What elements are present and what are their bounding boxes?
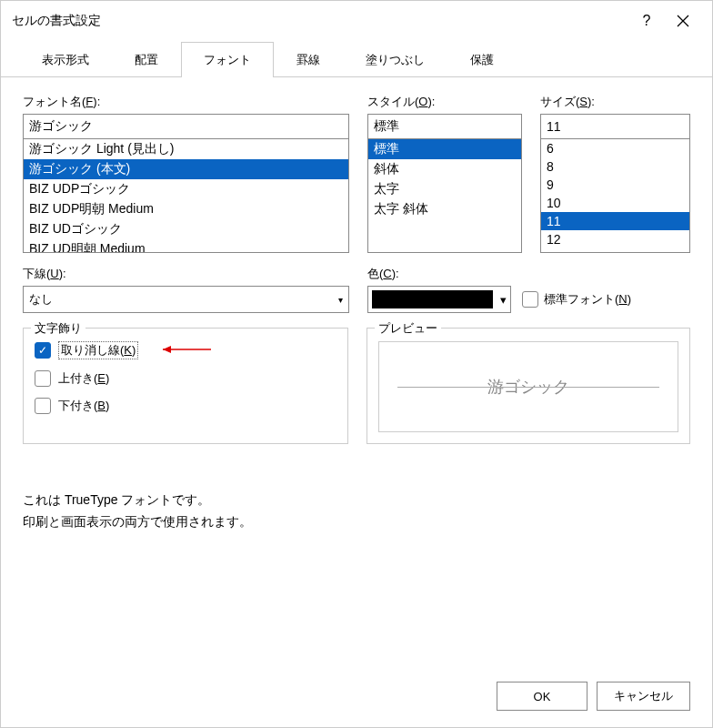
preview-group: プレビュー 游ゴシック — [367, 328, 690, 444]
arrow-annotation-icon — [158, 344, 213, 358]
normal-font-label: 標準フォント(N) — [544, 291, 631, 308]
style-list[interactable]: 標準斜体太字太字 斜体 — [367, 138, 522, 253]
style-input[interactable] — [367, 114, 522, 139]
style-label: スタイル(O): — [367, 94, 522, 110]
ok-button[interactable]: OK — [497, 682, 587, 711]
cancel-button[interactable]: キャンセル — [597, 682, 690, 711]
list-item[interactable]: 8 — [541, 157, 689, 176]
checkbox-icon — [522, 291, 538, 308]
underline-select[interactable]: なし ▾ — [23, 286, 349, 313]
color-swatch — [372, 290, 493, 308]
tab-0[interactable]: 表示形式 — [19, 42, 112, 77]
list-item[interactable]: 游ゴシック (本文) — [24, 159, 348, 179]
dialog-title: セルの書式設定 — [12, 13, 628, 29]
font-name-input[interactable] — [23, 114, 349, 139]
color-label: 色(C): — [367, 266, 690, 282]
list-item[interactable]: 太字 — [368, 179, 521, 199]
chevron-down-icon: ▾ — [338, 295, 343, 305]
size-label: サイズ(S): — [540, 94, 690, 110]
close-icon — [677, 15, 689, 27]
list-item[interactable]: 太字 斜体 — [368, 199, 521, 219]
decoration-label: 取り消し線(K) — [58, 341, 138, 359]
titlebar: セルの書式設定 ? — [1, 1, 712, 41]
list-item[interactable]: BIZ UDゴシック — [24, 219, 348, 239]
tab-3[interactable]: 罫線 — [274, 42, 343, 77]
preview-legend: プレビュー — [375, 320, 441, 337]
close-button[interactable] — [665, 6, 701, 35]
checkbox-icon: ✓ — [35, 342, 51, 359]
tab-content-font: フォント名(F): 游ゴシック Light (見出し)游ゴシック (本文)BIZ… — [1, 77, 712, 727]
dialog-buttons: OK キャンセル — [497, 682, 690, 711]
font-name-label: フォント名(F): — [23, 94, 349, 110]
list-item[interactable]: 標準 — [368, 139, 521, 159]
underline-label: 下線(U): — [23, 266, 349, 282]
decorations-legend: 文字飾り — [31, 320, 85, 337]
list-item[interactable]: BIZ UDPゴシック — [24, 179, 348, 199]
normal-font-checkbox[interactable]: 標準フォント(N) — [522, 291, 631, 308]
svg-marker-3 — [163, 346, 171, 353]
checkbox-icon — [35, 398, 51, 414]
list-item[interactable]: 游ゴシック Light (見出し) — [24, 139, 348, 159]
list-item[interactable]: 9 — [541, 176, 689, 194]
list-item[interactable]: 12 — [541, 230, 689, 248]
help-button[interactable]: ? — [628, 6, 665, 35]
tab-4[interactable]: 塗りつぶし — [343, 42, 447, 77]
list-item[interactable]: 10 — [541, 194, 689, 212]
decoration-label: 下付き(B) — [58, 398, 109, 414]
decoration-checkbox-1[interactable]: 上付き(E) — [35, 370, 336, 387]
list-item[interactable]: 11 — [541, 212, 689, 230]
tabs: 表示形式配置フォント罫線塗りつぶし保護 — [1, 41, 712, 77]
list-item[interactable]: BIZ UDP明朝 Medium — [24, 199, 348, 219]
decoration-checkbox-0[interactable]: ✓取り消し線(K) — [35, 341, 336, 359]
preview-box: 游ゴシック — [378, 341, 678, 432]
list-item[interactable]: 斜体 — [368, 159, 521, 179]
size-list[interactable]: 689101112 — [540, 138, 690, 253]
size-input[interactable] — [540, 114, 690, 139]
decoration-checkbox-2[interactable]: 下付き(B) — [35, 398, 336, 414]
format-cells-dialog: セルの書式設定 ? 表示形式配置フォント罫線塗りつぶし保護 フォント名(F): … — [0, 0, 713, 728]
tab-2[interactable]: フォント — [181, 42, 274, 77]
list-item[interactable]: 6 — [541, 139, 689, 157]
checkbox-icon — [35, 370, 51, 387]
chevron-down-icon: ▾ — [500, 293, 507, 307]
list-item[interactable]: BIZ UD明朝 Medium — [24, 239, 348, 253]
decoration-label: 上付き(E) — [58, 370, 109, 387]
footer-text: これは TrueType フォントです。 印刷と画面表示の両方で使用されます。 — [23, 490, 690, 533]
tab-1[interactable]: 配置 — [112, 42, 181, 77]
text-decorations-group: 文字飾り ✓取り消し線(K)上付き(E)下付き(B) — [23, 328, 348, 444]
font-name-list[interactable]: 游ゴシック Light (見出し)游ゴシック (本文)BIZ UDPゴシックBI… — [23, 138, 349, 253]
tab-5[interactable]: 保護 — [447, 42, 517, 77]
color-select[interactable]: ▾ — [367, 286, 511, 313]
underline-value: なし — [29, 291, 53, 308]
